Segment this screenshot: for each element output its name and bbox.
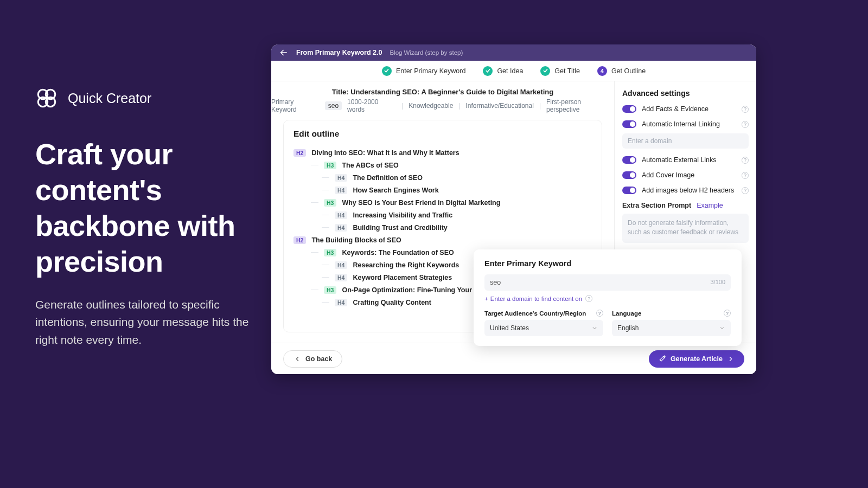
- word-count: 1000-2000 words: [347, 98, 396, 113]
- outline-item[interactable]: H2The Building Blocks of SEO: [293, 234, 592, 246]
- outline-text: Why SEO is Your Best Friend in Digital M…: [342, 199, 500, 207]
- primary-keyword-label: Primary Keyword: [271, 98, 320, 113]
- help-icon[interactable]: ?: [742, 121, 749, 128]
- hero-title: Craft your content's backbone with preci…: [35, 137, 263, 280]
- help-icon[interactable]: ?: [742, 187, 749, 194]
- setting-label: Automatic External Links: [642, 156, 717, 164]
- primary-keyword-pill[interactable]: seo: [325, 101, 342, 110]
- heading-tag: H4: [335, 224, 347, 232]
- setting-images-below-h2: Add images below H2 headers ?: [622, 187, 749, 194]
- primary-keyword-popup: Enter Primary Keyword 3/100 + Enter a do…: [474, 249, 742, 346]
- help-icon[interactable]: ?: [596, 310, 603, 317]
- select-value: United States: [490, 324, 529, 332]
- brand-row: Quick Creator: [35, 87, 263, 110]
- step-number-badge: 4: [597, 66, 607, 76]
- check-icon: [540, 66, 550, 76]
- outline-text: The ABCs of SEO: [342, 162, 398, 169]
- step-label: Get Idea: [497, 67, 523, 75]
- chevron-down-icon: [591, 325, 598, 331]
- region-select[interactable]: United States: [484, 320, 603, 336]
- outline-item[interactable]: H3Why SEO is Your Best Friend in Digital…: [293, 196, 592, 209]
- extra-prompt-input[interactable]: Do not generate falsify information, suc…: [622, 214, 749, 243]
- setting-label: Automatic Internal Linking: [642, 120, 720, 128]
- step-get-idea[interactable]: Get Idea: [483, 66, 523, 76]
- extra-prompt-label: Extra Section Prompt: [622, 202, 691, 209]
- outline-text: The Building Blocks of SEO: [311, 236, 401, 244]
- step-label: Enter Primary Keyword: [396, 67, 466, 75]
- heading-tag: H4: [335, 174, 347, 182]
- outline-heading: Edit outline: [293, 129, 592, 139]
- help-icon[interactable]: ?: [742, 157, 749, 164]
- help-icon[interactable]: ?: [742, 106, 749, 113]
- button-label: Generate Article: [671, 355, 723, 363]
- toggle-external[interactable]: [622, 156, 636, 164]
- outline-text: Diving Into SEO: What It Is and Why It M…: [311, 149, 459, 157]
- chevron-left-icon: [293, 355, 301, 363]
- footer-bar: Go back Generate Article: [271, 343, 756, 374]
- hero-subtitle: Generate outlines tailored to specific i…: [35, 296, 263, 349]
- outline-text: The Definition of SEO: [353, 174, 422, 182]
- brand-logo-icon: [35, 87, 58, 110]
- toggle-images[interactable]: [622, 187, 636, 194]
- help-icon[interactable]: ?: [585, 295, 592, 302]
- extra-prompt-row: Extra Section Prompt Example: [622, 202, 749, 209]
- step-label: Get Title: [554, 67, 580, 75]
- wizard-steps: Enter Primary Keyword Get Idea Get Title…: [271, 61, 756, 81]
- app-window: From Primary Keyword 2.0 Blog Wizard (st…: [271, 44, 756, 374]
- app-header: From Primary Keyword 2.0 Blog Wizard (st…: [271, 44, 756, 61]
- outline-text: Crafting Quality Content: [353, 299, 431, 306]
- toggle-facts[interactable]: [622, 105, 636, 113]
- outline-item[interactable]: H4How Search Engines Work: [293, 184, 592, 196]
- chevron-right-icon: [727, 355, 735, 363]
- back-arrow-icon[interactable]: [279, 48, 289, 57]
- setting-cover-image: Add Cover Image ?: [622, 171, 749, 179]
- heading-tag: H4: [335, 274, 347, 281]
- header-subtitle: Blog Wizard (step by step): [390, 49, 463, 56]
- plus-icon: +: [484, 296, 488, 302]
- go-back-button[interactable]: Go back: [283, 350, 342, 368]
- toggle-cover[interactable]: [622, 171, 636, 179]
- header-title: From Primary Keyword 2.0: [296, 49, 382, 56]
- generate-article-button[interactable]: Generate Article: [649, 350, 744, 368]
- heading-tag: H4: [335, 211, 347, 219]
- magic-wand-icon: [659, 355, 666, 363]
- step-enter-keyword[interactable]: Enter Primary Keyword: [382, 66, 466, 76]
- heading-tag: H4: [335, 299, 347, 306]
- example-link[interactable]: Example: [697, 202, 723, 209]
- setting-facts: Add Facts & Evidence ?: [622, 105, 749, 113]
- setting-external-links: Automatic External Links ?: [622, 156, 749, 164]
- outline-text: Building Trust and Credibility: [353, 224, 447, 232]
- heading-tag: H3: [324, 286, 336, 294]
- help-icon[interactable]: ?: [742, 172, 749, 179]
- domain-find-link[interactable]: + Enter a domain to find content on ?: [484, 295, 731, 302]
- advanced-heading: Advanced settings: [622, 89, 749, 98]
- button-label: Go back: [305, 355, 332, 363]
- brand-name: Quick Creator: [68, 91, 151, 106]
- check-icon: [483, 66, 493, 76]
- heading-tag: H3: [324, 249, 336, 256]
- toggle-internal[interactable]: [622, 120, 636, 128]
- help-icon[interactable]: ?: [724, 310, 731, 317]
- outline-item[interactable]: H3The ABCs of SEO: [293, 159, 592, 171]
- article-meta: Primary Keyword seo 1000-2000 words | Kn…: [271, 98, 614, 120]
- outline-text: Keyword Placement Strategies: [353, 274, 452, 281]
- heading-tag: H3: [324, 162, 336, 169]
- keyword-input[interactable]: [484, 274, 731, 291]
- outline-item[interactable]: H4Building Trust and Credibility: [293, 221, 592, 234]
- select-value: English: [617, 324, 639, 332]
- outline-item[interactable]: H4Increasing Visibility and Traffic: [293, 209, 592, 221]
- step-get-outline[interactable]: 4 Get Outline: [597, 66, 646, 76]
- outline-text: Increasing Visibility and Traffic: [353, 211, 452, 219]
- language-label: Language ?: [612, 310, 731, 317]
- char-counter: 3/100: [710, 279, 725, 285]
- step-get-title[interactable]: Get Title: [540, 66, 580, 76]
- outline-item[interactable]: H4The Definition of SEO: [293, 171, 592, 184]
- language-select[interactable]: English: [612, 320, 731, 336]
- tone: Knowledgeable: [409, 102, 453, 110]
- heading-tag: H4: [335, 187, 347, 194]
- setting-label: Add Cover Image: [642, 171, 694, 179]
- domain-input[interactable]: Enter a domain: [622, 133, 749, 149]
- outline-item[interactable]: H2Diving Into SEO: What It Is and Why It…: [293, 146, 592, 159]
- style: Informative/Educational: [465, 102, 533, 110]
- link-text: Enter a domain to find content on: [490, 296, 582, 302]
